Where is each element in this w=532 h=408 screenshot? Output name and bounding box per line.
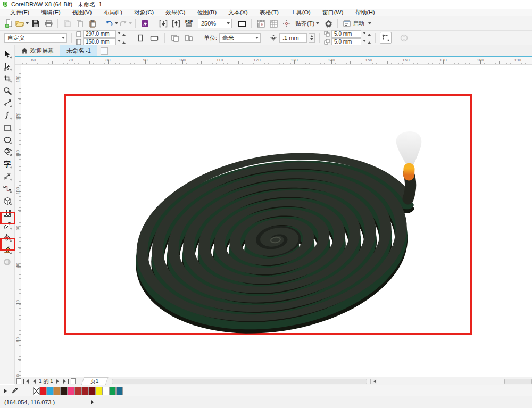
menu-item[interactable]: 窗口(W) — [317, 9, 350, 16]
page-height-field[interactable]: 150.0 mm — [83, 38, 116, 46]
units-dropdown-arrow[interactable] — [255, 37, 259, 40]
color-swatch[interactable] — [109, 387, 116, 395]
new-tab-button[interactable] — [101, 47, 108, 55]
color-swatch[interactable] — [88, 387, 95, 395]
show-grid-button[interactable] — [268, 18, 279, 29]
save-button[interactable] — [30, 18, 41, 29]
duplicate-y-step-down[interactable] — [363, 40, 366, 44]
swatch-no-color[interactable] — [33, 387, 40, 395]
drawing-canvas[interactable] — [21, 65, 532, 377]
zoom-dropdown-arrow[interactable] — [227, 22, 230, 26]
snap-dropdown-arrow[interactable] — [316, 22, 319, 26]
horizontal-scrollbar-thumb[interactable] — [112, 379, 367, 384]
duplicate-x-step-up[interactable] — [368, 32, 371, 36]
preset-dropdown-arrow[interactable] — [62, 37, 65, 40]
menu-item[interactable]: 编辑(E) — [35, 9, 66, 16]
open-button[interactable] — [15, 18, 29, 29]
menu-item[interactable]: 工具(O) — [285, 9, 317, 16]
search-content-button[interactable] — [139, 18, 151, 29]
units-combo[interactable]: 毫米 — [219, 33, 261, 43]
tab-document[interactable]: 未命名 -1 — [60, 45, 97, 56]
zoom-tool[interactable] — [1, 85, 14, 97]
menu-item[interactable]: 布局(L) — [97, 9, 128, 16]
statusbar-flyout-arrow[interactable] — [91, 400, 96, 404]
show-rulers-button[interactable] — [255, 18, 267, 29]
options-gear-button[interactable] — [322, 18, 334, 29]
palette-eyedropper-icon[interactable] — [11, 387, 18, 394]
current-page-size-button[interactable] — [183, 32, 195, 44]
page-size-preset-combo[interactable]: 自定义 — [4, 33, 67, 43]
connector-tool[interactable] — [1, 182, 14, 195]
scrollbar-right-segment[interactable] — [504, 379, 532, 384]
show-guidelines-button[interactable] — [280, 18, 292, 29]
add-page-after-button[interactable] — [70, 378, 77, 385]
publish-pdf-button[interactable]: PDF — [183, 18, 195, 29]
tab-welcome[interactable]: 欢迎屏幕 — [15, 45, 60, 56]
paste-button[interactable] — [87, 18, 98, 29]
bezier-tool[interactable] — [1, 109, 14, 121]
color-swatch[interactable] — [47, 387, 54, 395]
color-swatch[interactable] — [102, 387, 109, 395]
landscape-button[interactable] — [148, 32, 160, 44]
treat-as-filled-button[interactable] — [380, 32, 392, 44]
add-page-before-button[interactable] — [15, 378, 22, 385]
color-swatch[interactable] — [95, 387, 102, 395]
menu-item[interactable]: 视图(V) — [66, 9, 98, 16]
launch-dropdown-arrow[interactable] — [368, 22, 371, 26]
open-dropdown-arrow[interactable] — [26, 22, 29, 26]
nudge-spinner[interactable] — [309, 33, 315, 43]
ellipse-tool[interactable] — [1, 134, 14, 146]
undo-button[interactable] — [105, 18, 118, 29]
last-page-button[interactable] — [62, 378, 70, 385]
text-tool[interactable]: 字 — [1, 158, 14, 170]
page-height-step-up[interactable] — [122, 40, 126, 44]
rectangle-tool[interactable] — [1, 121, 14, 134]
page-height-step-down[interactable] — [118, 40, 121, 44]
crop-tool[interactable] — [1, 72, 14, 85]
dimension-tool[interactable] — [1, 170, 14, 182]
portrait-button[interactable] — [135, 32, 146, 44]
menu-item[interactable]: 对象(C) — [128, 9, 160, 16]
freehand-tool[interactable] — [1, 97, 14, 109]
export-button[interactable] — [170, 18, 182, 29]
mosquito-coil-artwork[interactable] — [21, 65, 532, 377]
color-swatch[interactable] — [81, 387, 88, 395]
next-page-button[interactable] — [55, 378, 62, 385]
menu-item[interactable]: 文本(X) — [222, 9, 254, 16]
horizontal-scrollbar[interactable] — [106, 377, 532, 386]
horizontal-ruler[interactable]: 60708090100110120130140150160170180190 — [21, 57, 532, 65]
page-1-tab[interactable]: 页1 — [81, 377, 107, 385]
first-page-button[interactable] — [22, 378, 30, 385]
undo-dropdown-arrow[interactable] — [115, 22, 118, 26]
import-button[interactable] — [157, 18, 169, 29]
palette-flyout-arrow[interactable] — [4, 389, 9, 393]
color-swatch[interactable] — [54, 387, 61, 395]
extrude-tool[interactable] — [1, 195, 14, 207]
menu-item[interactable]: 文件(F) — [4, 9, 35, 16]
color-swatch[interactable] — [61, 387, 68, 395]
page-width-step-up[interactable] — [122, 32, 126, 36]
vertical-ruler[interactable]: 1301201101009080706050 — [15, 65, 21, 377]
fullscreen-preview-button[interactable] — [236, 18, 248, 29]
nudge-distance-field[interactable]: .1 mm — [279, 33, 307, 43]
color-swatch[interactable] — [68, 387, 74, 395]
menu-item[interactable]: 表格(T) — [254, 9, 285, 16]
color-swatch[interactable] — [40, 387, 47, 395]
duplicate-y-field[interactable]: 5.0 mm — [331, 38, 361, 46]
menu-item[interactable]: 效果(C) — [160, 9, 191, 16]
new-document-button[interactable] — [3, 18, 14, 29]
duplicate-x-field[interactable]: 5.0 mm — [331, 30, 361, 38]
duplicate-x-step-down[interactable] — [363, 32, 366, 36]
all-pages-size-button[interactable] — [169, 32, 181, 44]
duplicate-y-step-up[interactable] — [368, 40, 371, 44]
page-width-step-down[interactable] — [118, 32, 121, 36]
menu-item[interactable]: 位图(B) — [191, 9, 222, 16]
page-width-field[interactable]: 297.0 mm — [83, 30, 116, 38]
pick-tool[interactable] — [1, 48, 14, 60]
zoom-level-combo[interactable]: 250% — [198, 19, 232, 28]
menu-item[interactable]: 帮助(H) — [349, 9, 380, 16]
scrollbar-left-arrow-button[interactable] — [370, 379, 377, 384]
color-swatch[interactable] — [116, 387, 123, 395]
previous-page-button[interactable] — [30, 378, 37, 385]
launch-button[interactable]: 启动 — [341, 18, 373, 29]
